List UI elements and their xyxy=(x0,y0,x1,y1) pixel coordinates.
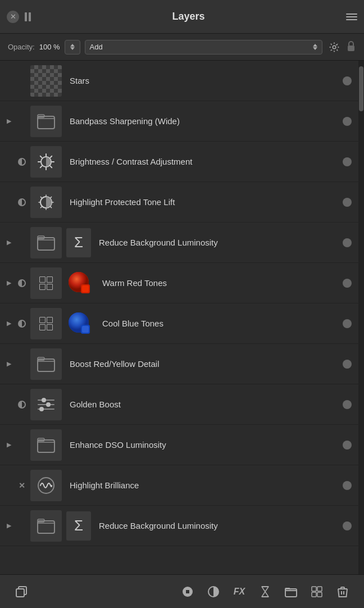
layer-thumbnail xyxy=(30,348,62,380)
svg-rect-10 xyxy=(82,285,89,292)
svg-rect-36 xyxy=(317,587,322,591)
expand-button[interactable]: ▶ xyxy=(4,521,13,530)
layer-color-dot xyxy=(343,441,352,450)
menu-line-3 xyxy=(346,19,357,20)
group-folder-icon xyxy=(37,112,56,131)
opacity-dropdown[interactable] xyxy=(65,40,80,55)
layer-row[interactable]: ▶ Σ Reduce Background Luminosity xyxy=(0,223,358,263)
svg-rect-35 xyxy=(312,587,316,591)
duplicate-icon xyxy=(15,585,28,598)
panel-title: Layers xyxy=(37,11,340,22)
expand-button[interactable] xyxy=(4,481,13,490)
blend-arrow-down xyxy=(313,47,317,50)
pause-bar-2 xyxy=(29,12,31,21)
pause-button[interactable] xyxy=(25,12,31,21)
layer-row[interactable]: Brightness / Contrast Adjustment xyxy=(0,142,358,182)
new-layer-button[interactable] xyxy=(175,579,200,604)
arrow-up xyxy=(70,44,75,47)
expand-button[interactable] xyxy=(4,76,13,85)
svg-point-22 xyxy=(39,407,44,411)
visibility-toggle[interactable]: ✕ xyxy=(17,480,27,491)
svg-rect-38 xyxy=(317,592,322,597)
expand-button[interactable] xyxy=(4,400,13,409)
group-folder-icon xyxy=(37,355,56,374)
visibility-toggle[interactable] xyxy=(17,440,27,450)
close-button[interactable]: ✕ xyxy=(7,11,19,23)
visibility-toggle[interactable] xyxy=(17,76,27,86)
half-visibility-icon xyxy=(18,158,26,166)
layer-row[interactable]: ▶ Enhance DSO Luminosity xyxy=(0,425,358,465)
layer-row[interactable]: Golden Boost xyxy=(0,384,358,425)
expand-button[interactable]: ▶ xyxy=(4,360,13,369)
layer-row[interactable]: ▶ Bandpass Sharpening (Wide) xyxy=(0,101,358,142)
layer-thumbnail xyxy=(30,429,62,461)
half-visibility-icon xyxy=(18,320,26,328)
visibility-toggle[interactable] xyxy=(17,197,27,207)
svg-point-20 xyxy=(46,402,51,407)
visibility-toggle[interactable] xyxy=(17,278,27,288)
folder-button[interactable] xyxy=(279,579,303,604)
layer-row[interactable]: Stars xyxy=(0,61,358,101)
layer-row[interactable]: ✕ Highlight Brilliance xyxy=(0,465,358,506)
layer-color-dot xyxy=(343,198,352,207)
circle-fill-icon xyxy=(181,586,194,598)
svg-point-18 xyxy=(42,398,46,402)
blend-mode-value: Add xyxy=(90,43,103,51)
layer-color-dot xyxy=(343,279,352,288)
menu-line-2 xyxy=(346,16,357,17)
fx-button[interactable]: FX xyxy=(227,579,252,604)
expand-button[interactable]: ▶ xyxy=(4,441,13,450)
grid-button[interactable] xyxy=(304,579,329,604)
visibility-toggle[interactable] xyxy=(17,157,27,167)
layer-thumbnail xyxy=(30,470,62,501)
layer-toolbar: Opacity: 100 % Add xyxy=(0,34,364,61)
expand-button[interactable] xyxy=(4,198,13,207)
visibility-toggle[interactable] xyxy=(17,116,27,126)
expand-button[interactable]: ▶ xyxy=(4,319,13,328)
opacity-label: Opacity: xyxy=(8,43,35,51)
close-icon: ✕ xyxy=(10,12,16,21)
layer-thumbnail xyxy=(30,510,62,542)
expand-button[interactable]: ▶ xyxy=(4,238,13,247)
duplicate-button[interactable] xyxy=(9,579,34,604)
layer-row[interactable]: ▶ Boost Red/Yellow Detail xyxy=(0,344,358,384)
layer-row[interactable]: ▶ xyxy=(0,263,358,303)
visibility-toggle[interactable] xyxy=(17,400,27,410)
blend-mode-arrows xyxy=(313,44,317,50)
scrollbar-thumb[interactable] xyxy=(359,66,363,111)
blend-mode-select[interactable]: Add xyxy=(85,40,322,55)
layer-name: Warm Red Tones xyxy=(98,278,339,288)
half-visibility-icon xyxy=(18,198,26,206)
layer-color-dot xyxy=(343,481,352,490)
layer-color-dot xyxy=(343,360,352,369)
warm-red-icon xyxy=(65,269,94,298)
expand-button[interactable]: ▶ xyxy=(4,117,13,126)
visibility-toggle[interactable] xyxy=(17,319,27,329)
scrollbar-track[interactable] xyxy=(358,61,364,574)
layer-row[interactable]: ▶ xyxy=(0,303,358,344)
settings-button[interactable] xyxy=(327,40,342,55)
sigma-icon: Σ xyxy=(74,517,83,534)
cool-blue-icon xyxy=(65,309,94,338)
expand-button[interactable] xyxy=(4,157,13,166)
menu-button[interactable] xyxy=(346,13,357,20)
layer-scroll-area: Stars ▶ Bandpass Sharpening (Wide) xyxy=(0,61,364,574)
hourglass-icon xyxy=(259,586,271,598)
visibility-toggle[interactable] xyxy=(17,238,27,248)
layer-thumbnail xyxy=(30,106,62,137)
visibility-toggle[interactable] xyxy=(17,359,27,369)
adjustment-layer-button[interactable] xyxy=(201,579,226,604)
mask-button[interactable] xyxy=(253,579,277,604)
checkerboard-pattern xyxy=(30,65,62,97)
delete-layer-button[interactable] xyxy=(330,579,355,604)
arrow-down xyxy=(70,47,75,50)
layer-row[interactable]: Highlight Protected Tone Lift xyxy=(0,182,358,223)
layer-color-dot xyxy=(343,400,352,409)
visibility-toggle[interactable] xyxy=(17,521,27,531)
layer-name: Highlight Protected Tone Lift xyxy=(65,197,339,207)
sigma-icon: Σ xyxy=(74,234,83,251)
x-visibility-icon: ✕ xyxy=(19,481,25,490)
layer-row[interactable]: ▶ Σ Reduce Background Luminosity xyxy=(0,506,358,546)
group-folder-icon xyxy=(37,435,56,455)
expand-button[interactable]: ▶ xyxy=(4,279,13,288)
